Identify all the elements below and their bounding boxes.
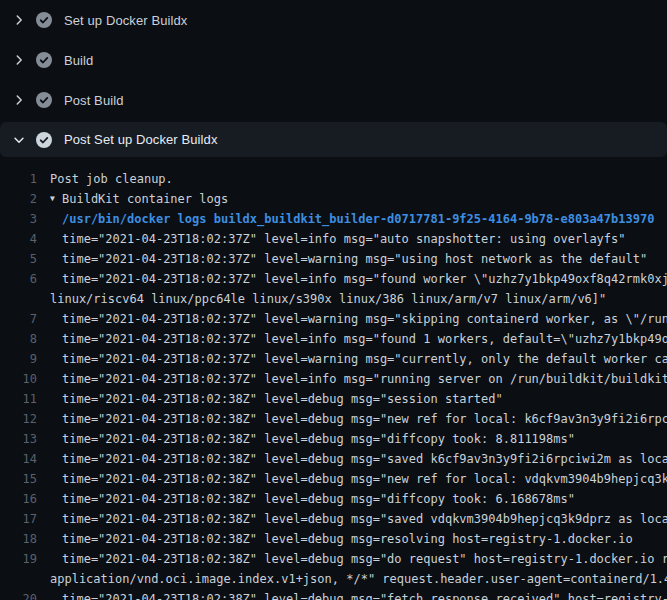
- chevron-right-icon: [12, 53, 26, 67]
- log-line: 8 time="2021-04-23T18:02:37Z" level=info…: [0, 329, 667, 349]
- chevron-down-icon: [12, 133, 26, 147]
- chevron-right-icon: [12, 13, 26, 27]
- log-line: 15 time="2021-04-23T18:02:38Z" level=deb…: [0, 469, 667, 489]
- log-line-text: time="2021-04-23T18:02:38Z" level=debug …: [62, 409, 667, 429]
- log-line-number[interactable]: 8: [0, 329, 37, 349]
- log-line-number[interactable]: 18: [0, 529, 37, 549]
- log-line-text: time="2021-04-23T18:02:38Z" level=debug …: [62, 529, 633, 549]
- log-line-text[interactable]: BuildKit container logs: [62, 189, 228, 209]
- log-line-number[interactable]: 10: [0, 369, 37, 389]
- log-line-text: time="2021-04-23T18:02:37Z" level=warnin…: [62, 249, 647, 269]
- log-line: 10 time="2021-04-23T18:02:37Z" level=inf…: [0, 369, 667, 389]
- log-line-number[interactable]: 6: [0, 269, 37, 289]
- log-line-number[interactable]: 16: [0, 489, 37, 509]
- log-line-number[interactable]: 1: [0, 169, 37, 189]
- log-line-text: time="2021-04-23T18:02:37Z" level=info m…: [62, 329, 667, 349]
- step-label: Build: [64, 53, 93, 68]
- log-line-text: time="2021-04-23T18:02:37Z" level=info m…: [62, 229, 626, 249]
- log-line-number[interactable]: 14: [0, 449, 37, 469]
- step-row-post-set-up-docker-buildx[interactable]: Post Set up Docker Buildx: [0, 122, 667, 157]
- log-line-number[interactable]: 11: [0, 389, 37, 409]
- log-line: 1 Post job cleanup.: [0, 169, 667, 189]
- log-line-number[interactable]: 9: [0, 349, 37, 369]
- check-circle-icon: [36, 132, 52, 148]
- log-line: 18 time="2021-04-23T18:02:38Z" level=deb…: [0, 529, 667, 549]
- disclosure-triangle-icon: ▼: [50, 189, 62, 209]
- log-line: 13 time="2021-04-23T18:02:38Z" level=deb…: [0, 429, 667, 449]
- log-line-text: time="2021-04-23T18:02:37Z" level=info m…: [62, 369, 667, 389]
- log-line-number: [0, 289, 37, 309]
- log-line: 5 time="2021-04-23T18:02:37Z" level=warn…: [0, 249, 667, 269]
- log-line-text: time="2021-04-23T18:02:38Z" level=debug …: [62, 549, 667, 569]
- log-line-text: Post job cleanup.: [50, 169, 173, 189]
- log-line-number[interactable]: 20: [0, 589, 37, 600]
- log-line: 2 ▼ BuildKit container logs: [0, 189, 667, 209]
- check-circle-icon: [36, 12, 52, 28]
- log-line: 11 time="2021-04-23T18:02:38Z" level=deb…: [0, 389, 667, 409]
- log-line-text: time="2021-04-23T18:02:38Z" level=debug …: [62, 589, 667, 600]
- log-line: 7 time="2021-04-23T18:02:37Z" level=warn…: [0, 309, 667, 329]
- step-row-post-build[interactable]: Post Build: [0, 80, 667, 120]
- log-line-text: /usr/bin/docker logs buildx_buildkit_bui…: [62, 209, 654, 229]
- log-line-text: time="2021-04-23T18:02:37Z" level=warnin…: [62, 349, 667, 369]
- log-line: 17 time="2021-04-23T18:02:38Z" level=deb…: [0, 509, 667, 529]
- log-line-text: linux/riscv64 linux/ppc64le linux/s390x …: [50, 289, 606, 309]
- log-line-number[interactable]: 4: [0, 229, 37, 249]
- log-line: 12 time="2021-04-23T18:02:38Z" level=deb…: [0, 409, 667, 429]
- chevron-right-icon: [12, 93, 26, 107]
- log-line-number[interactable]: 15: [0, 469, 37, 489]
- log-line-text: time="2021-04-23T18:02:38Z" level=debug …: [62, 449, 667, 469]
- log-line-number[interactable]: 7: [0, 309, 37, 329]
- log-line-text: time="2021-04-23T18:02:38Z" level=debug …: [62, 429, 575, 449]
- log-line: application/vnd.oci.image.index.v1+json,…: [0, 569, 667, 589]
- log-line-number[interactable]: 12: [0, 409, 37, 429]
- log-line-number[interactable]: 2: [0, 189, 37, 209]
- log-line-text: time="2021-04-23T18:02:38Z" level=debug …: [62, 469, 667, 489]
- log-line-text: time="2021-04-23T18:02:37Z" level=warnin…: [62, 309, 667, 329]
- log-line: 9 time="2021-04-23T18:02:37Z" level=warn…: [0, 349, 667, 369]
- log-line-text: time="2021-04-23T18:02:38Z" level=debug …: [62, 389, 503, 409]
- log-line: 4 time="2021-04-23T18:02:37Z" level=info…: [0, 229, 667, 249]
- log-line-number[interactable]: 3: [0, 209, 37, 229]
- log-line: 19 time="2021-04-23T18:02:38Z" level=deb…: [0, 549, 667, 569]
- log-line: 3 /usr/bin/docker logs buildx_buildkit_b…: [0, 209, 667, 229]
- log-line-number[interactable]: 19: [0, 549, 37, 569]
- log-line-number: [0, 569, 37, 589]
- log-area: 1 Post job cleanup. 2 ▼ BuildKit contain…: [0, 169, 667, 600]
- log-line-text: time="2021-04-23T18:02:38Z" level=debug …: [62, 509, 667, 529]
- log-line-text: time="2021-04-23T18:02:38Z" level=debug …: [62, 489, 575, 509]
- step-label: Set up Docker Buildx: [64, 13, 187, 28]
- steps-list: Set up Docker Buildx Build Post Build: [0, 0, 667, 157]
- step-row-set-up-docker-buildx[interactable]: Set up Docker Buildx: [0, 0, 667, 40]
- log-line-text: application/vnd.oci.image.index.v1+json,…: [50, 569, 667, 589]
- log-line: linux/riscv64 linux/ppc64le linux/s390x …: [0, 289, 667, 309]
- check-circle-icon: [36, 52, 52, 68]
- log-line-number[interactable]: 13: [0, 429, 37, 449]
- step-label: Post Build: [64, 93, 124, 108]
- log-line-number[interactable]: 17: [0, 509, 37, 529]
- log-line-number[interactable]: 5: [0, 249, 37, 269]
- log-line: 16 time="2021-04-23T18:02:38Z" level=deb…: [0, 489, 667, 509]
- step-label: Post Set up Docker Buildx: [64, 132, 218, 147]
- log-line: 6 time="2021-04-23T18:02:37Z" level=info…: [0, 269, 667, 289]
- log-line-text: time="2021-04-23T18:02:37Z" level=info m…: [62, 269, 667, 289]
- check-circle-icon: [36, 92, 52, 108]
- step-row-build[interactable]: Build: [0, 40, 667, 80]
- log-line: 20 time="2021-04-23T18:02:38Z" level=deb…: [0, 589, 667, 600]
- log-line: 14 time="2021-04-23T18:02:38Z" level=deb…: [0, 449, 667, 469]
- workflow-log-viewer: Set up Docker Buildx Build Post Build: [0, 0, 667, 600]
